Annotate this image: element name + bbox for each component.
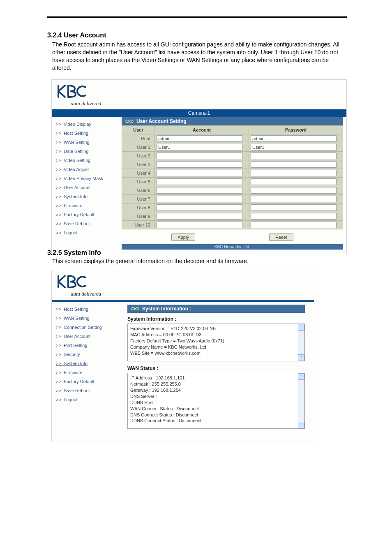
table-row: User 9 [122,212,343,220]
sidebar-item-video-adjust[interactable]: >> Video Adjust [52,165,122,174]
password-input[interactable] [251,153,337,159]
account-cell [155,151,249,160]
camera-title-bar: Camera-1 [52,109,346,117]
sidebar-item-save-reboot[interactable]: >> Save Reboot [52,219,122,228]
password-cell [249,169,343,177]
sidebar-item-date-setting[interactable]: >> Date Setting [52,147,122,156]
info-line: DNS Server : [130,393,296,400]
sidebar-item-system-info[interactable]: >> System Info [52,359,122,368]
sidebar-item-factory-default[interactable]: >> Factory Default [52,377,122,386]
account-input[interactable] [157,170,242,176]
password-cell [249,220,343,229]
password-input[interactable] [251,178,337,185]
sidebar-item-save-reboot[interactable]: >> Save Reboot [52,386,122,395]
sidebar-item-user-account[interactable]: >> User Account [52,183,122,192]
account-input[interactable] [157,187,242,194]
sidebar-item-label: Factory Default [64,379,95,384]
sidebar-item-label: WAN Setting [64,316,90,321]
user-cell: User 9 [122,212,155,220]
sidebar-item-label: Video Display [64,122,91,127]
scroll-track[interactable] [298,331,304,354]
button-row: Apply Reset [122,229,343,244]
apply-button[interactable]: Apply [171,234,195,241]
sidebar-item-video-privacy-mask[interactable]: >> Video Privacy Mask [52,174,122,183]
password-input[interactable] [251,204,337,211]
scroll-up-icon[interactable]: ˄ [298,373,304,380]
account-input[interactable] [157,178,242,185]
sidebar-item-video-display[interactable]: >> Video Display [52,120,122,129]
password-input[interactable] [251,170,337,176]
scroll-up-icon[interactable]: ˄ [298,324,304,331]
info-line: DDNS Connect Status : Disconnect [130,418,296,424]
account-cell [155,194,249,203]
password-input[interactable] [251,222,337,228]
content-panel2: System Information : System Information … [122,302,314,442]
sidebar-item-label: System Info [64,194,88,199]
password-input[interactable] [251,144,337,150]
account-input[interactable] [157,213,242,220]
account-input[interactable] [157,153,242,159]
user-cell: User 1 [122,143,155,151]
user-cell: User 5 [122,177,155,186]
scroll-down-icon[interactable]: ˅ [298,422,304,428]
account-cell [155,212,249,220]
user-cell: Root [122,134,155,143]
info-line: Netmask : 255.255.255.0 [130,381,296,387]
account-input[interactable] [157,161,242,168]
table-row: User 7 [122,194,343,203]
account-input[interactable] [157,196,242,202]
account-cell [155,160,249,169]
sidebar-item-host-setting[interactable]: >> Host Setting [52,129,122,138]
section-body-system-info: This screen displays the general informa… [52,257,347,265]
reset-button[interactable]: Reset [269,234,293,241]
brand-tagline: data delivered [56,290,310,300]
sidebar-item-firmware[interactable]: >> Firmware [52,368,122,377]
sidebar-item-label: WAN Setting [64,140,90,145]
sidebar-item-label: Save Reboot [64,221,90,226]
account-cell [155,169,249,177]
sidebar-item-firmware[interactable]: >> Firmware [52,201,122,210]
password-input[interactable] [251,161,337,168]
sidebar-item-connection-setting[interactable]: >> Connection Setting [52,323,122,332]
password-input[interactable] [251,187,337,194]
sidebar-item-label: Logout [64,230,78,235]
section-title: System Information : [142,306,191,312]
sidebar-item-factory-default[interactable]: >> Factory Default [52,210,122,219]
sidebar-item-logout[interactable]: >> Logout [52,228,122,237]
password-input[interactable] [251,196,337,202]
table-row: Root [122,134,343,143]
table-row: User 6 [122,186,343,194]
info-line: Company Name = KBC Networks, Ltd. [130,344,296,350]
sysinfo-subhead: System Information : [127,316,305,322]
user-cell: User 8 [122,203,155,212]
sidebar-panel2: >> Host Setting >> WAN Setting >> Connec… [52,302,122,442]
sidebar-item-wan-setting[interactable]: >> WAN Setting [52,314,122,323]
sidebar-item-security[interactable]: >> Security [52,350,122,359]
password-cell [249,212,343,220]
section-body-user-account: The Root account admin has access to all… [52,41,347,72]
account-input[interactable] [157,204,242,211]
table-row: User 3 [122,160,343,169]
col-account: Account [155,125,249,134]
user-cell: User 10 [122,220,155,229]
password-cell [249,203,343,212]
sidebar-item-video-setting[interactable]: >> Video Setting [52,156,122,165]
account-input[interactable] [157,144,242,150]
sidebar-item-logout[interactable]: >> Logout [52,395,122,404]
table-row: User 2 [122,151,343,160]
sidebar-item-system-info[interactable]: >> System Info [52,192,122,201]
account-input[interactable] [157,222,242,228]
sidebar-item-host-setting[interactable]: >> Host Setting [52,305,122,314]
password-input[interactable] [251,135,337,142]
sidebar-item-user-account[interactable]: >> User Account [52,332,122,341]
scroll-track[interactable] [298,380,304,422]
table-row: User 5 [122,177,343,186]
info-line: Gateway : 192.168.1.254 [130,387,296,393]
account-input[interactable] [157,135,242,142]
sidebar-item-port-setting[interactable]: >> Port Setting [52,341,122,350]
info-line: WAN Connect Status : Disconnect [130,406,296,412]
wan-box: IP Address : 192.168.1.101Netmask : 255.… [127,373,305,429]
password-input[interactable] [251,213,337,220]
scroll-down-icon[interactable]: ˅ [298,354,304,361]
sidebar-item-wan-setting[interactable]: >> WAN Setting [52,138,122,147]
